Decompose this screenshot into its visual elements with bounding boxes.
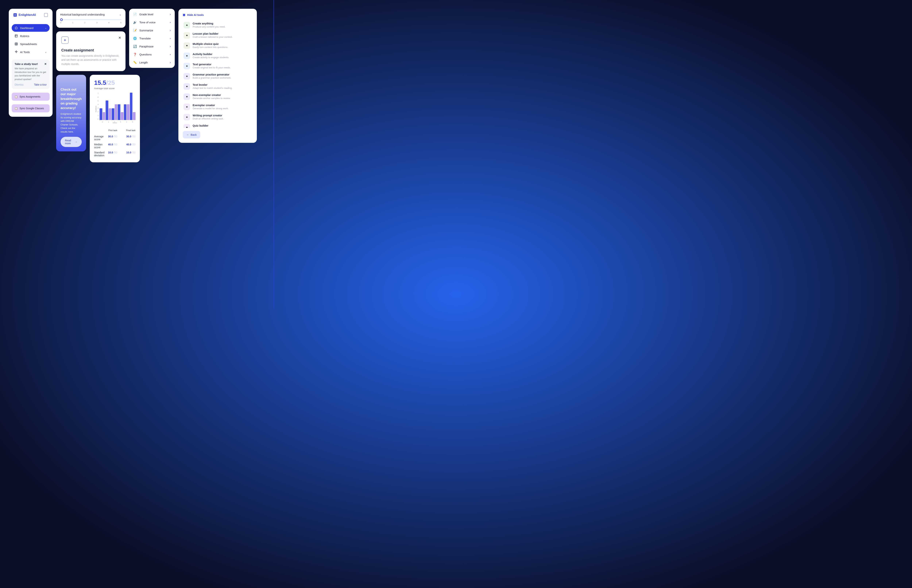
- ai-tool-activity-builder[interactable]: ✦Activity builderCreate activity to enga…: [183, 51, 252, 61]
- tool-length[interactable]: 📏Length›: [131, 58, 173, 66]
- chevron-right-icon: ›: [170, 13, 171, 16]
- bar: [118, 104, 120, 120]
- bar: [109, 108, 111, 120]
- middle-column: Historical background understanding ⌄ 01…: [56, 9, 126, 162]
- score-label: Average total score: [94, 87, 136, 90]
- svg-rect-0: [15, 35, 18, 37]
- chevron-down-icon: ⌄: [45, 27, 47, 29]
- slider-ticks: 012345: [60, 21, 121, 24]
- stats-card: 15.5/25 Average total score 76543210 Stu…: [90, 75, 140, 162]
- rubrics-icon: [15, 34, 18, 37]
- ai-tools-panel: ▣ Hide AI tools ✦Create anythingProduce …: [178, 9, 257, 143]
- nav-item-rubrics[interactable]: Rubrics: [12, 32, 50, 40]
- slider-track[interactable]: [60, 19, 121, 20]
- promo-title: Check out our major breakthrough on grad…: [61, 87, 82, 110]
- bar: [115, 104, 118, 120]
- tour-body: We have prepared an introduction tour fo…: [15, 67, 47, 81]
- ai-tools-icon: [15, 50, 18, 53]
- chevron-down-icon: ⌄: [45, 51, 47, 53]
- chevron-right-icon: ›: [170, 21, 171, 24]
- sync-google-classes-button[interactable]: 📋 Sync Google Classes: [12, 104, 50, 112]
- stats-row: Average score30.0 /5030.0 /50: [94, 134, 136, 142]
- close-icon[interactable]: ✕: [44, 62, 47, 66]
- read-more-button[interactable]: Read more→: [61, 137, 82, 147]
- nav-item-spreadsheets[interactable]: Spreadsheets: [12, 40, 50, 48]
- bar: [100, 108, 102, 120]
- sync-assignments-button[interactable]: 📋 Sync Assignments: [12, 93, 50, 101]
- close-icon[interactable]: ✕: [118, 36, 121, 40]
- tour-title: Take a study tour!✕: [15, 62, 47, 66]
- dismiss-button[interactable]: Dismiss: [15, 83, 24, 86]
- clipboard-icon: 📋: [15, 95, 18, 98]
- ai-tool-lesson-plan-builder[interactable]: ✦Lesson plan builderCraft a lesson tailo…: [183, 30, 252, 40]
- bar-group: 3: [118, 93, 123, 120]
- brand-name: EnlightenAI: [19, 13, 36, 17]
- collapse-sidebar-icon[interactable]: [44, 13, 48, 17]
- ai-tool-non-exemplar-creator[interactable]: ✦Non-exemplar creatorGenerate anchor sam…: [183, 92, 252, 102]
- bar: [130, 93, 132, 120]
- panel-icon: ▣: [183, 13, 185, 16]
- hide-ai-tools-button[interactable]: ▣ Hide AI tools: [183, 13, 252, 16]
- tool-summarize[interactable]: 📝Summarize›: [131, 26, 173, 34]
- bar: [121, 112, 123, 120]
- bar-group: 5: [130, 93, 136, 120]
- chevron-right-icon: ›: [170, 45, 171, 48]
- column-header: Final task: [123, 129, 136, 132]
- score-chart: 76543210 Students Score 012345: [94, 93, 136, 124]
- length-icon: 📏: [133, 61, 137, 64]
- back-button[interactable]: ← Back: [183, 131, 200, 139]
- take-tour-button[interactable]: Take a tour: [34, 83, 47, 86]
- ai-tool-icon: ✦: [184, 53, 190, 59]
- nav-item-ai-tools[interactable]: AI Tools⌄: [12, 48, 50, 56]
- add-document-icon: +: [61, 37, 69, 44]
- ai-tool-icon: ✦: [184, 83, 190, 90]
- tools-panel: 📄Grade level›🔊Tone of voice›📝Summarize›🌐…: [129, 9, 175, 68]
- sidebar: EnlightenAI Dashboard⌄RubricsSpreadsheet…: [9, 9, 53, 117]
- questions-icon: ❓: [133, 53, 137, 56]
- bar: [133, 112, 136, 120]
- tool-paraphrase[interactable]: 🔄Paraphrase›: [131, 42, 173, 50]
- slider-card: Historical background understanding ⌄ 01…: [56, 9, 126, 28]
- ai-tool-create-anything[interactable]: ✦Create anythingProduce any content you …: [183, 20, 252, 30]
- ai-tool-icon: ✦: [184, 42, 190, 49]
- bar-group: 4: [124, 93, 129, 120]
- ai-tool-icon: ✦: [184, 22, 190, 29]
- nav: Dashboard⌄RubricsSpreadsheetsAI Tools⌄: [12, 24, 50, 56]
- chevron-down-icon[interactable]: ⌄: [119, 13, 121, 16]
- create-assignment-card: + ✕ Create assignment You can create ass…: [56, 31, 126, 71]
- tool-grade[interactable]: 📄Grade level›: [131, 10, 173, 18]
- ai-tool-grammar-practice-generator[interactable]: ✦Grammar practice generatorBuild a gramm…: [183, 71, 252, 81]
- tool-questions[interactable]: ❓Questions›: [131, 50, 173, 58]
- slider-title: Historical background understanding: [60, 13, 105, 16]
- chevron-right-icon: ›: [170, 37, 171, 40]
- spreadsheets-icon: [15, 42, 18, 45]
- brand-logo: EnlightenAI: [12, 13, 50, 17]
- bar: [111, 108, 115, 120]
- tool-tone[interactable]: 🔊Tone of voice›: [131, 18, 173, 26]
- bar: [127, 104, 129, 120]
- tour-card: Take a study tour!✕ We have prepared an …: [12, 60, 50, 89]
- bar: [103, 112, 105, 120]
- tone-icon: 🔊: [133, 20, 137, 24]
- chart-ylabel: Students: [95, 106, 97, 112]
- arrow-right-icon: →: [75, 141, 77, 143]
- bar-group: 1: [106, 93, 111, 120]
- ai-tool-writing-prompt-creator[interactable]: ✦Writing prompt creatorDraft an effectiv…: [183, 112, 252, 122]
- classroom-icon: 📋: [15, 107, 18, 110]
- ai-tool-quiz-builder[interactable]: ✦Quiz builder: [183, 122, 252, 128]
- ai-tool-text-generator[interactable]: ✦Text generatorCreate original text to f…: [183, 61, 252, 71]
- ai-tool-exemplar-creator[interactable]: ✦Exemplar creatorGenerate a model for st…: [183, 102, 252, 112]
- ai-tool-multiple-choice-quiz[interactable]: ✦Multiple choice quizEasily turn content…: [183, 40, 252, 51]
- ai-tool-icon: ✦: [184, 124, 190, 128]
- create-body: You can create assignments directly in E…: [61, 54, 120, 66]
- chevron-right-icon: ›: [170, 61, 171, 64]
- ai-tool-text-leveler[interactable]: ✦Text levelerAdapt text to match student…: [183, 81, 252, 92]
- average-score: 15.5/25: [94, 79, 136, 86]
- ai-tool-icon: ✦: [184, 63, 190, 69]
- nav-item-dashboard[interactable]: Dashboard⌄: [12, 24, 50, 32]
- slider-thumb[interactable]: [60, 18, 63, 21]
- column-header: First task: [105, 129, 117, 132]
- stats-table: First taskFinal task Average score30.0 /…: [94, 129, 136, 158]
- promo-body: EnlightenAI studied its scoring accuracy…: [61, 112, 82, 134]
- tool-translate[interactable]: 🌐Translate›: [131, 34, 173, 42]
